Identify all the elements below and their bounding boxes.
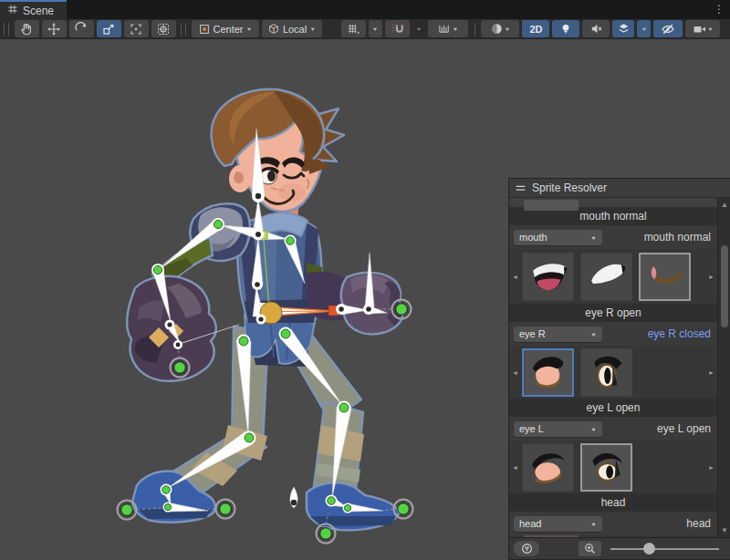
- scroll-up-arrow[interactable]: ▲: [718, 199, 730, 211]
- effects-button[interactable]: [612, 20, 634, 37]
- selection-label-head: head: [686, 517, 713, 530]
- magnifier-plus-icon: [584, 543, 596, 555]
- hand-tool-button[interactable]: [15, 20, 39, 37]
- selection-label-eye-l: eye L open: [657, 422, 713, 435]
- scrollbar-thumb[interactable]: [721, 245, 728, 327]
- grid-visibility-button[interactable]: [341, 20, 366, 37]
- unity-scene-view: Scene ⋮ Center ▼ Lo: [0, 0, 730, 560]
- pivot-mode-label: Center: [214, 24, 244, 35]
- move-tool-button[interactable]: [42, 20, 67, 37]
- kebab-menu-icon[interactable]: ⋮: [714, 2, 725, 16]
- grid-icon: [7, 4, 18, 17]
- chevron-down-icon: ▼: [372, 26, 379, 32]
- chevron-down-icon: ▼: [590, 521, 597, 526]
- panel-scrollbar[interactable]: ▲ ▼: [717, 198, 730, 537]
- strip-next-button[interactable]: ►: [707, 369, 715, 376]
- tab-bar: Scene ⋮: [0, 0, 730, 19]
- chevron-down-icon: ▼: [641, 26, 647, 32]
- cube-icon: [267, 23, 280, 36]
- thumbnail-strip-eye-r: ◄ ►: [509, 346, 717, 399]
- scale-tool-button[interactable]: [97, 20, 121, 37]
- category-label: head: [519, 518, 541, 529]
- clipped-control: [524, 200, 579, 211]
- panel-scroll-area[interactable]: mouth normal mouth ▼ mouth normal ◄: [509, 198, 717, 537]
- chevron-down-icon: ▼: [504, 26, 510, 32]
- panel-bottom-bar: [509, 537, 730, 559]
- thumbnail-size-slider[interactable]: [610, 541, 719, 556]
- panel-title: Sprite Resolver: [532, 181, 607, 194]
- thumbnail-strip-eye-l: ◄ ►: [509, 441, 717, 493]
- zoom-button[interactable]: [579, 541, 601, 556]
- chevron-down-icon: ▼: [590, 234, 597, 240]
- section-header-eye-r: eye R open: [509, 304, 717, 322]
- scene-lighting-button[interactable]: [552, 20, 579, 37]
- strip-prev-button[interactable]: ◄: [511, 274, 519, 280]
- slider-track[interactable]: [610, 548, 719, 550]
- sprite-thumb-eye-l-open[interactable]: [580, 443, 632, 492]
- chevron-down-icon: ▼: [452, 26, 458, 32]
- toolbar-grip[interactable]: [4, 23, 9, 36]
- pivot-icon: [198, 23, 211, 36]
- category-dropdown-eye-l[interactable]: eye L ▼: [514, 421, 602, 437]
- transform-tool-button[interactable]: [151, 20, 176, 37]
- orientation-dropdown[interactable]: Local ▼: [262, 20, 322, 37]
- chevron-down-icon: ▼: [416, 26, 422, 32]
- selection-label-eye-r: eye R closed: [648, 327, 713, 340]
- effects-dropdown[interactable]: ▼: [637, 20, 651, 37]
- grid-snapping-button[interactable]: [385, 20, 410, 37]
- sprite-thumb-eye-r-open[interactable]: [580, 348, 632, 397]
- strip-prev-button[interactable]: ◄: [511, 369, 519, 376]
- strip-prev-button[interactable]: ◄: [511, 464, 519, 471]
- category-label: mouth: [519, 232, 548, 243]
- sprite-thumb-eye-r-closed[interactable]: [522, 348, 574, 397]
- chevron-down-icon: ▼: [309, 26, 316, 32]
- pivot-mode-dropdown[interactable]: Center ▼: [192, 20, 259, 37]
- chevron-down-icon: ▼: [246, 26, 253, 32]
- camera-icon: [693, 22, 707, 36]
- panel-title-bar[interactable]: Sprite Resolver: [509, 179, 730, 198]
- tab-label: Scene: [23, 5, 54, 17]
- rotate-tool-button[interactable]: [69, 20, 94, 37]
- scene-toolbar: Center ▼ Local ▼ ▼ ▼ ▼ ▼: [0, 19, 730, 39]
- rect-tool-button[interactable]: [124, 20, 149, 37]
- audio-mute-button[interactable]: [582, 20, 610, 37]
- sprite-thumb-eye-l-closed[interactable]: [522, 443, 574, 492]
- section-header-head: head: [509, 493, 717, 512]
- 2d-mode-button[interactable]: 2D: [522, 20, 549, 37]
- strip-next-button[interactable]: ►: [707, 464, 715, 471]
- category-label: eye R: [519, 328, 546, 339]
- strip-next-button[interactable]: ►: [707, 274, 715, 280]
- filter-button[interactable]: [514, 541, 539, 556]
- thumbnail-strip-mouth: ◄ ►: [509, 249, 717, 304]
- sprite-thumb-mouth-closed[interactable]: [580, 253, 632, 301]
- slider-handle[interactable]: [643, 543, 655, 555]
- scene-visibility-button[interactable]: [653, 20, 683, 37]
- toolbar-grip[interactable]: [181, 23, 186, 36]
- category-dropdown-eye-r[interactable]: eye R ▼: [514, 327, 602, 342]
- chevron-down-icon: ▼: [707, 26, 714, 32]
- chevron-down-icon: ▼: [590, 426, 597, 431]
- filter-icon: [521, 543, 533, 555]
- grid-snapping-dropdown[interactable]: ▼: [412, 20, 426, 37]
- grid-visibility-dropdown[interactable]: ▼: [369, 20, 382, 37]
- draw-mode-dropdown[interactable]: ▼: [481, 20, 519, 37]
- eye-slash-icon: [661, 22, 675, 36]
- category-label: eye L: [519, 423, 544, 434]
- category-dropdown-head[interactable]: head ▼: [514, 516, 602, 532]
- scroll-down-arrow[interactable]: ▼: [718, 524, 730, 536]
- 2d-mode-label: 2D: [526, 24, 546, 35]
- camera-dropdown[interactable]: ▼: [685, 20, 720, 37]
- sprite-thumb-mouth-open[interactable]: [522, 253, 574, 301]
- orientation-label: Local: [283, 24, 307, 35]
- selection-label-mouth: mouth normal: [644, 231, 713, 244]
- chevron-down-icon: ▼: [590, 331, 597, 337]
- snap-increment-dropdown[interactable]: ▼: [428, 20, 468, 37]
- sprite-thumb-mouth-smile[interactable]: [639, 253, 691, 301]
- hamburger-icon: [515, 182, 527, 194]
- section-header-eye-l: eye L open: [509, 399, 717, 417]
- tab-scene[interactable]: Scene: [0, 0, 67, 19]
- sprite-resolver-panel: Sprite Resolver mouth normal mouth ▼ mou…: [508, 178, 730, 560]
- category-dropdown-mouth[interactable]: mouth ▼: [514, 230, 602, 245]
- layers-icon: [617, 22, 631, 36]
- lightbulb-icon: [559, 23, 572, 36]
